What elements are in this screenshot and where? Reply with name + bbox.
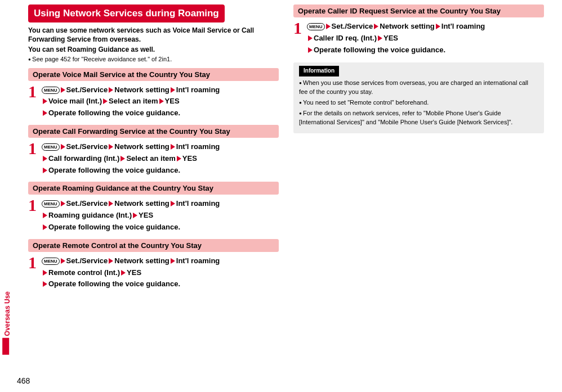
arrow-icon [374,24,378,29]
arrow-icon [171,258,175,264]
path-seg: Network setting [380,22,435,30]
info-item: For the details on network services, ref… [299,109,538,127]
step-row: 1 MENUSet./ServiceNetwork settingInt'l r… [28,197,279,233]
column-left: Using Network Services during Roaming Yo… [28,4,279,290]
intro-line-1: You can use some network services such a… [28,26,279,44]
step-body: MENUSet./ServiceNetwork settingInt'l roa… [42,254,279,290]
note-line: See page 452 for "Receive avoidance set.… [28,56,279,62]
step-number: 1 [28,197,42,233]
path-seg: Set./Service [332,22,373,30]
path-seg: Set./Service [66,199,108,208]
path-seg: YES [182,154,197,163]
step-number: 1 [293,20,307,56]
arrow-icon [43,213,47,218]
path-seg: Network setting [114,142,170,151]
menu-key-icon: MENU [307,23,325,30]
step-number: 1 [28,140,42,176]
path-seg: Int'l roaming [176,256,220,265]
arrow-icon [61,144,65,150]
arrow-icon [109,87,113,93]
arrow-icon [121,270,126,276]
path-seg: YES [139,211,153,219]
arrow-icon [121,156,125,161]
final-instruction: Operate following the voice guidance. [48,109,180,117]
path-seg: Int'l roaming [441,22,485,30]
path-seg: Int'l roaming [176,85,220,94]
final-instruction: Operate following the voice guidance. [48,223,180,231]
menu-key-icon: MENU [42,200,60,208]
arrow-icon [43,281,47,287]
intro-line-2: You can set Roaming Guidance as well. [28,45,279,54]
arrow-icon [43,224,47,230]
path-seg: Set./Service [66,256,108,265]
path-seg: Remote control (Int.) [48,268,120,277]
step-body: MENUSet./ServiceNetwork settingInt'l roa… [42,197,279,233]
arrow-icon [109,258,113,264]
path-seg: YES [165,97,180,105]
step-row: 1 MENUSet./ServiceNetwork settingInt'l r… [293,20,544,56]
path-seg: Select an item [109,97,158,105]
path-seg: Network setting [114,256,170,265]
path-seg: Int'l roaming [176,199,220,208]
path-seg: Set./Service [66,85,108,94]
arrow-icon [308,35,313,41]
path-seg: Int'l roaming [176,142,220,151]
path-seg: Roaming guidance (Int.) [48,211,132,219]
path-seg: Caller ID req. (Int.) [314,34,377,42]
arrow-icon [308,47,313,53]
menu-key-icon: MENU [42,143,60,151]
arrow-icon [61,258,65,264]
arrow-icon [133,213,137,218]
content-columns: Using Network Services during Roaming Yo… [0,0,562,295]
final-instruction: Operate following the voice guidance. [48,280,180,288]
step-row: 1 MENUSet./ServiceNetwork settingInt'l r… [28,83,279,119]
step-body: MENUSet./ServiceNetwork settingInt'l roa… [307,20,544,56]
section-heading: Operate Remote Control at the Country Yo… [28,239,279,252]
arrow-icon [378,35,382,41]
page-number: 468 [17,376,30,385]
step-number: 1 [28,83,42,119]
path-seg: Network setting [114,85,170,94]
info-item: When you use those services from oversea… [299,79,538,97]
side-tab-label: Overseas Use [3,291,11,336]
arrow-icon [171,144,175,150]
arrow-icon [159,98,164,104]
step-row: 1 MENUSet./ServiceNetwork settingInt'l r… [28,254,279,290]
arrow-icon [43,156,47,161]
section-heading: Operate Call Forwarding Service at the C… [28,125,279,138]
main-title: Using Network Services during Roaming [28,4,225,22]
menu-key-icon: MENU [42,258,60,265]
path-seg: Network setting [114,199,170,208]
info-item: You need to set "Remote control" beforeh… [299,98,538,107]
final-instruction: Operate following the voice guidance. [48,166,180,174]
arrow-icon [43,270,47,276]
arrow-icon [109,144,113,150]
arrow-icon [103,98,108,104]
arrow-icon [43,168,47,173]
arrow-icon [43,98,47,104]
path-seg: Select an item [126,154,175,163]
section-heading: Operate Caller ID Request Service at the… [293,4,544,17]
step-body: MENUSet./ServiceNetwork settingInt'l roa… [42,83,279,119]
menu-key-icon: MENU [42,87,60,94]
arrow-icon [43,110,47,116]
final-instruction: Operate following the voice guidance. [314,46,445,54]
arrow-icon [171,87,175,93]
step-number: 1 [28,254,42,290]
column-right: Operate Caller ID Request Service at the… [293,4,544,290]
path-seg: Call forwarding (Int.) [48,154,119,163]
section-heading: Operate Roaming Guidance at the Country … [28,182,279,195]
side-tab-block [2,338,9,355]
arrow-icon [326,24,331,29]
arrow-icon [177,156,181,161]
arrow-icon [61,201,65,206]
step-body: MENUSet./ServiceNetwork settingInt'l roa… [42,140,279,176]
path-seg: Voice mail (Int.) [48,97,102,105]
information-list: When you use those services from oversea… [299,79,538,127]
arrow-icon [171,201,175,206]
arrow-icon [61,87,65,93]
arrow-icon [436,24,440,29]
arrow-icon [109,201,113,206]
side-tab: Overseas Use [2,291,11,358]
section-heading: Operate Voice Mail Service at the Countr… [28,68,279,81]
